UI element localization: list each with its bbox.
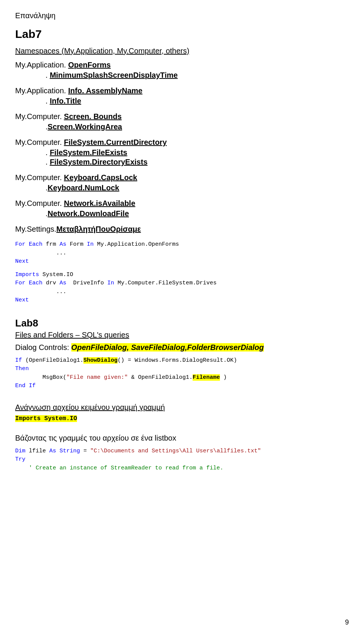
my-computer-keyboard-label: My.Computer. Keyboard.CapsLock	[15, 173, 349, 182]
my-application-info-label: My.Application. Info. AssemblyName	[15, 86, 349, 95]
code-block-if-dialog: If (OpenFileDialog1.ShowDialog() = Windo…	[15, 356, 349, 391]
dialog-controls-label: Dialog Controls:	[15, 343, 69, 352]
my-computer-keyboard-numlock: .Keyboard.NumLock	[46, 184, 349, 192]
my-application-info-title: . Info.Title	[46, 97, 349, 105]
my-computer-filesystem-section: My.Computer. FileSystem.CurrentDirectory…	[15, 138, 349, 166]
my-computer-screen-section: My.Computer. Screen. Bounds .Screen.Work…	[15, 112, 349, 131]
my-application-label: My.Application. OpenForms	[15, 61, 349, 69]
my-computer-network-download: .Network.DownloadFile	[46, 209, 349, 218]
lab8-title: Lab8	[15, 317, 349, 329]
my-settings-label: My.Settings.ΜεταβλητήΠουΟρίσαμε	[15, 225, 349, 234]
bazontas-title: Βάζοντας τις γραμμές του αρχείου σε ένα …	[15, 434, 349, 443]
my-computer-screen-label: My.Computer. Screen. Bounds	[15, 112, 349, 121]
my-application-info-section: My.Application. Info. AssemblyName . Inf…	[15, 86, 349, 105]
code-block-imports-drives: Imports System.IO For Each drv As DriveI…	[15, 271, 349, 305]
my-settings-section: My.Settings.ΜεταβλητήΠουΟρίσαμε	[15, 225, 349, 234]
my-computer-filesystem-direxists: . FileSystem.DirectoryExists	[46, 158, 349, 166]
lab8-subtitle: Files and Folders – SQL's queries	[15, 331, 349, 339]
code-block-dim-lfile: Dim lfile As String = "C:\Documents and …	[15, 447, 349, 473]
my-computer-network-label: My.Computer. Network.isAvailable	[15, 199, 349, 208]
my-application-section: My.Application. OpenForms . MinimumSplas…	[15, 61, 349, 80]
lab7-title: Lab7	[15, 28, 349, 41]
my-computer-filesystem-fileexists: . FileSystem.FileExists	[46, 148, 349, 157]
my-computer-network-section: My.Computer. Network.isAvailable .Networ…	[15, 199, 349, 218]
my-computer-filesystem-label: My.Computer. FileSystem.CurrentDirectory	[15, 138, 349, 147]
page-number: 9	[345, 618, 349, 626]
my-application-minsplash: . MinimumSplashScreenDisplayTime	[46, 71, 349, 80]
dialog-controls-line: Dialog Controls: OpenFileDialog, SaveFil…	[15, 343, 349, 352]
my-computer-screen-workingarea: .Screen.WorkingArea	[46, 122, 349, 131]
imports-system-io: Imports System.IO	[15, 415, 77, 422]
code-block-foreach-forms: For Each frm As Form In My.Application.O…	[15, 240, 349, 266]
anagnosi-title: Ανάγνωση αρχείου κειμένου γραμμή γραμμή	[15, 403, 349, 412]
epanalipsi-label: Επανάληψη	[15, 11, 349, 20]
my-computer-keyboard-section: My.Computer. Keyboard.CapsLock .Keyboard…	[15, 173, 349, 192]
namespaces-heading: Namespaces (My.Application, My.Computer,…	[15, 47, 349, 55]
dialog-controls-value: OpenFileDialog, SaveFileDialog,FolderBro…	[71, 343, 264, 352]
